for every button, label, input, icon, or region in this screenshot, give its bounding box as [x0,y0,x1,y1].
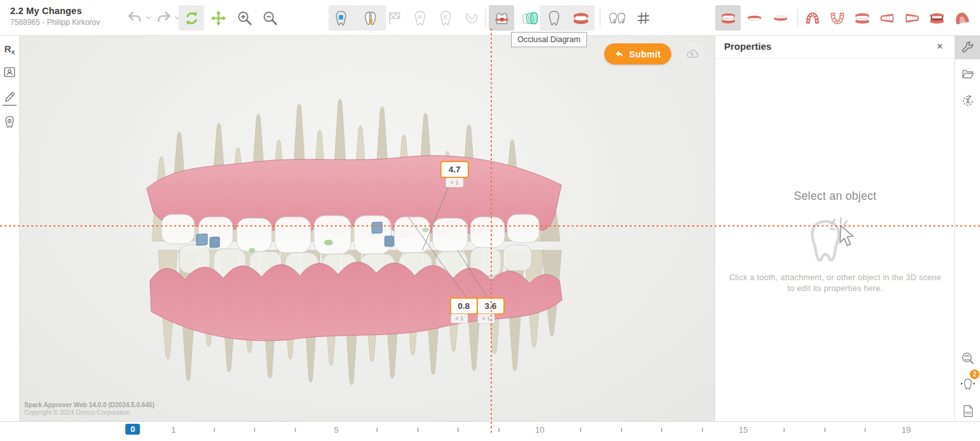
three-quarter-view-icon [953,10,970,27]
timeline-stage-17[interactable] [824,428,826,432]
zoom-teeth-button[interactable] [955,347,980,371]
sidebar-item-prescription[interactable]: Rx [1,40,18,58]
timeline-stage-9[interactable] [498,428,500,432]
view-right-button[interactable] [875,6,898,30]
version-line: Spark Approver Web 14.0.0 (D2024.5.0.645… [24,401,154,409]
move-icon [210,10,227,27]
view-left-button[interactable] [900,6,923,30]
timeline-stage-12[interactable] [621,428,622,432]
view-lower-occlusal-button[interactable] [826,6,849,30]
close-icon[interactable]: × [932,39,947,54]
select-object-icon [798,209,868,273]
single-tooth-view-button[interactable] [542,6,565,30]
timeline-stage-6[interactable] [376,428,378,432]
view-upper-occlusal-button[interactable] [801,6,824,30]
timeline-stage-4[interactable] [295,428,296,432]
undo-button[interactable] [123,6,146,30]
final-position-button[interactable] [383,6,406,30]
timeline-stage-3[interactable] [254,428,255,432]
view-front-button[interactable] [850,6,873,30]
tooth-e-icon: E [437,10,454,27]
sidebar-item-patient-info[interactable] [1,63,18,81]
extraction-button[interactable]: E [434,6,457,30]
zoom-out-icon [262,10,279,27]
lower-arch-button[interactable] [769,6,792,30]
jaw-button[interactable] [459,6,482,30]
view-back-button[interactable] [925,6,948,30]
superimposition-button[interactable] [518,6,541,30]
timeline-stage-7[interactable] [417,428,419,432]
view-three-quarter-button[interactable] [950,6,973,30]
elastics-toggle-button[interactable] [359,6,382,30]
measurement-sublabel: < 1 [451,314,468,323]
tooth-number-1: 1 [613,18,616,24]
timeline-stage-18[interactable] [865,428,866,432]
superimposition-icon [521,10,538,27]
right-sidebar: 2 PDF [954,35,980,421]
dentures-view-button[interactable] [569,6,592,30]
sidebar-item-files[interactable] [955,62,980,86]
submit-button[interactable]: Submit [604,43,671,64]
measurement-sublabel: < 1 [478,314,494,323]
sidebar-item-tooth-chart[interactable] [1,113,18,131]
ipr-count-badge: 2 [970,370,979,379]
top-toolbar: 2.2 My Changes 7588965 - Philipp Kirkoro… [0,0,980,36]
occlusal-diagram-button[interactable] [490,6,513,30]
pdf-export-button[interactable]: PDF [955,399,980,423]
upper-arch-button[interactable] [743,6,766,30]
right-view-icon [879,10,896,27]
properties-title: Properties [724,41,771,52]
cloud-upload-icon [685,47,699,61]
lower-arch-icon [772,10,789,27]
redo-button[interactable] [152,6,175,30]
submit-label: Submit [629,49,661,59]
zoom-in-icon [236,10,253,27]
dentures-icon [572,10,590,27]
svg-text:E: E [443,13,447,20]
toolbar-divider [600,9,600,26]
timeline-stage-15[interactable]: 15 [739,425,748,435]
timeline-stage-13[interactable] [661,428,662,432]
tooth-attachment-icon [332,10,350,27]
sidebar-item-history[interactable] [955,89,980,113]
stage-timeline[interactable]: 015101519 [0,421,980,441]
zoom-in-button[interactable] [233,6,256,30]
timeline-stage-2[interactable] [214,428,215,432]
sidebar-item-tools[interactable] [955,35,980,59]
cloud-upload-button[interactable] [680,42,704,66]
tooth-number-2: 2 [621,18,624,24]
app-version: Spark Approver Web 14.0.0 (D2024.5.0.645… [24,401,154,417]
grid-toggle-button[interactable] [632,6,655,30]
undo-dropdown-chevron-icon[interactable] [145,15,152,20]
measurement-sublabel: < 1 [446,178,463,187]
teeth-model[interactable] [137,89,577,396]
reset-view-button[interactable] [180,6,203,30]
both-arches-button[interactable] [716,6,739,30]
patient-id: 7588965 - Philipp Kirkorov [10,18,100,27]
timeline-stage-5[interactable]: 5 [334,425,338,435]
timeline-stage-1[interactable]: 1 [171,425,175,435]
sidebar-item-notes[interactable] [1,88,18,106]
passive-aligner-button[interactable]: P [408,6,431,30]
pan-button[interactable] [207,6,230,30]
timeline-stage-8[interactable] [457,428,459,432]
tooth-numbering-button[interactable]: 1 2 [604,6,632,30]
magnifier-teeth-icon [960,351,976,366]
timeline-stage-10[interactable]: 10 [535,425,544,435]
svg-text:P: P [418,13,422,20]
zoom-out-button[interactable] [258,6,281,30]
timeline-stage-11[interactable] [580,428,581,432]
attachments-toggle-button[interactable] [329,6,352,30]
ipr-button[interactable]: 2 [955,372,980,396]
submit-arrow-icon [614,49,625,59]
timeline-stage-14[interactable] [702,428,703,432]
spark-approver-app: 2.2 My Changes 7588965 - Philipp Kirkoro… [0,0,980,441]
both-arches-icon [720,10,737,27]
empty-state-hint: Click a tooth, attachment, or other obje… [727,273,944,294]
scene-viewport[interactable]: 4.7 < 1 0.8 < 1 3.6 < 1 Submit Spark App… [19,35,715,421]
timeline-stage-16[interactable] [783,428,785,432]
timeline-stage-0[interactable]: 0 [125,424,140,435]
lower-occlusal-view-icon [829,10,846,27]
history-icon [960,93,976,108]
timeline-stage-19[interactable]: 19 [902,425,910,435]
